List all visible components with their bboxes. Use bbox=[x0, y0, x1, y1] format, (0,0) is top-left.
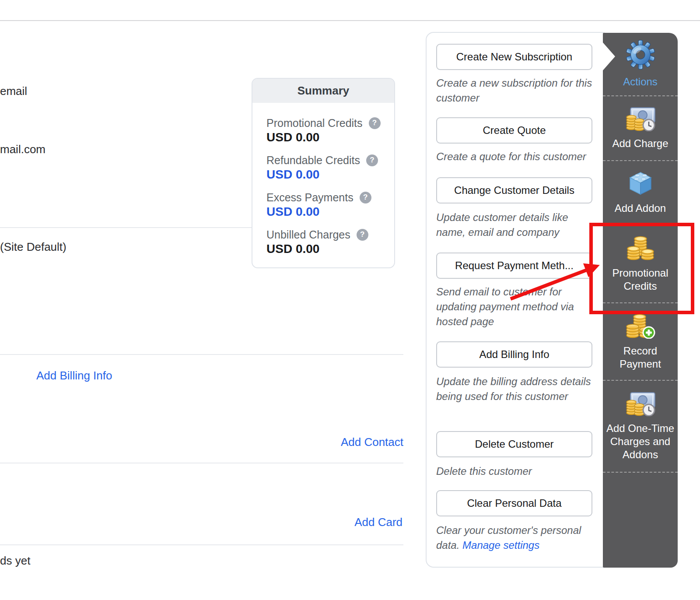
section-divider bbox=[0, 544, 403, 545]
action-description: Create a quote for this customer bbox=[436, 149, 598, 164]
sidebar-item-label: Add Charge bbox=[605, 137, 676, 150]
section-divider bbox=[0, 463, 403, 463]
summary-row: Excess Payments ? USD 0.00 bbox=[266, 190, 384, 219]
manage-settings-link[interactable]: Manage settings bbox=[462, 539, 539, 551]
gear-icon bbox=[626, 40, 655, 71]
sidebar-item-add-one-time-charges[interactable]: Add One-Time Charges and Addons bbox=[603, 381, 678, 473]
add-contact-link[interactable]: Add Contact bbox=[341, 435, 403, 449]
summary-title: Summary bbox=[252, 79, 394, 103]
email-label-fragment: email bbox=[0, 84, 27, 98]
site-default-fragment: (Site Default) bbox=[0, 240, 66, 254]
create-new-subscription-button[interactable]: Create New Subscription bbox=[436, 44, 592, 70]
coins-plus-icon bbox=[626, 312, 655, 340]
email-value-fragment: mail.com bbox=[0, 143, 46, 156]
summary-value: USD 0.00 bbox=[266, 130, 384, 145]
help-icon[interactable]: ? bbox=[369, 117, 381, 129]
summary-value: USD 0.00 bbox=[266, 204, 384, 219]
money-clock-icon bbox=[625, 107, 656, 133]
active-tab-notch bbox=[602, 42, 615, 71]
change-customer-details-button[interactable]: Change Customer Details bbox=[436, 177, 592, 204]
sidebar-item-label: Add One-Time Charges and Addons bbox=[605, 422, 676, 461]
delete-customer-button[interactable]: Delete Customer bbox=[436, 431, 592, 457]
section-divider bbox=[0, 354, 403, 355]
customer-details-page: email mail.com (Site Default) Add Billin… bbox=[0, 0, 700, 600]
summary-row: Refundable Credits ? USD 0.00 bbox=[266, 153, 384, 182]
addon-cube-icon bbox=[627, 170, 654, 198]
help-icon[interactable]: ? bbox=[357, 229, 368, 241]
help-icon[interactable]: ? bbox=[366, 154, 378, 166]
action-description: Create a new subscription for this custo… bbox=[436, 76, 598, 105]
add-billing-info-link[interactable]: Add Billing Info bbox=[36, 369, 112, 382]
sidebar-item-label: Record Payment bbox=[605, 344, 676, 371]
help-icon[interactable]: ? bbox=[360, 192, 371, 204]
action-description: Update the billing address details being… bbox=[436, 374, 598, 404]
add-billing-info-button[interactable]: Add Billing Info bbox=[436, 341, 592, 368]
sidebar-item-add-charge[interactable]: Add Charge bbox=[603, 96, 678, 161]
summary-value: USD 0.00 bbox=[266, 167, 384, 182]
summary-row: Promotional Credits ? USD 0.00 bbox=[266, 116, 384, 145]
summary-label: Refundable Credits bbox=[266, 154, 360, 167]
summary-label: Promotional Credits bbox=[266, 117, 363, 130]
action-description: Clear your customer's personal data. Man… bbox=[436, 523, 598, 553]
summary-label: Unbilled Charges bbox=[266, 228, 350, 241]
summary-label: Excess Payments bbox=[266, 191, 354, 204]
annotation-highlight-box bbox=[589, 223, 694, 314]
sidebar-filler bbox=[603, 473, 678, 568]
create-quote-button[interactable]: Create Quote bbox=[436, 117, 592, 144]
payment-methods-fragment: ds yet bbox=[0, 554, 30, 568]
action-description: Send email to customer for updating paym… bbox=[436, 284, 598, 329]
clear-personal-data-button[interactable]: Clear Personal Data bbox=[436, 490, 592, 516]
top-divider bbox=[0, 20, 700, 21]
action-description: Delete this customer bbox=[436, 464, 598, 479]
field-divider bbox=[0, 227, 252, 228]
action-description: Update customer details like name, email… bbox=[436, 210, 598, 240]
sidebar-item-add-addon[interactable]: Add Addon bbox=[603, 161, 678, 225]
summary-card: Summary Promotional Credits ? USD 0.00 R… bbox=[252, 78, 395, 268]
money-clock-icon bbox=[625, 392, 656, 418]
sidebar-item-record-payment[interactable]: Record Payment bbox=[603, 303, 678, 381]
summary-row: Unbilled Charges ? USD 0.00 bbox=[266, 228, 384, 256]
sidebar-item-label: Add Addon bbox=[605, 202, 676, 215]
summary-value: USD 0.00 bbox=[266, 242, 384, 256]
add-card-link[interactable]: Add Card bbox=[354, 516, 402, 529]
sidebar-item-label: Actions bbox=[605, 75, 676, 88]
